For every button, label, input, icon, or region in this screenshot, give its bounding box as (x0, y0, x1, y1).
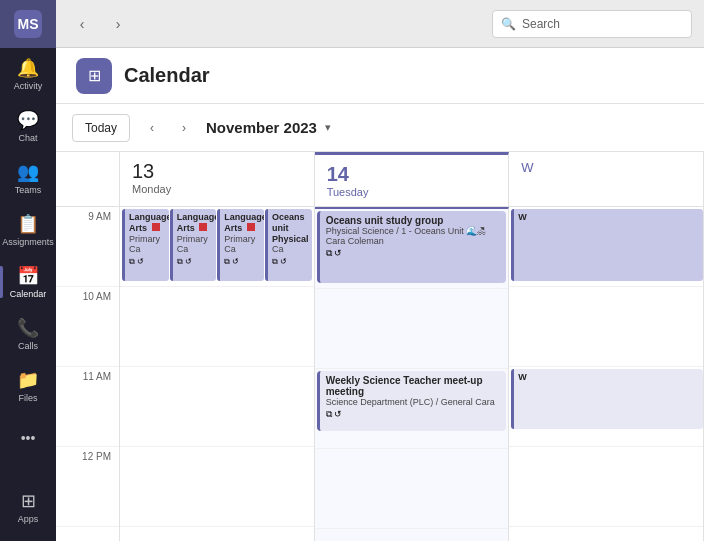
monday-9am-events: Language Arts Primary Ca ⧉ ↺ Language Ar… (122, 209, 312, 281)
main-content: ‹ › 🔍 Search ⊞ Calendar Today ‹ › Novemb… (56, 0, 704, 541)
sidebar-item-label: Chat (18, 133, 37, 143)
refresh-icon: ↺ (232, 257, 239, 267)
calendar-app-icon: ⊞ (76, 58, 112, 94)
forward-button[interactable]: › (104, 10, 132, 38)
copy-icon: ⧉ (224, 257, 230, 267)
activity-icon: 🔔 (17, 57, 39, 79)
day-col-w: W W (509, 207, 704, 541)
calendar-toolbar: Today ‹ › November 2023 ▾ (56, 104, 704, 152)
sidebar-item-label: Assignments (2, 237, 54, 247)
search-placeholder: Search (522, 17, 560, 31)
search-box[interactable]: 🔍 Search (492, 10, 692, 38)
time-header (56, 152, 120, 206)
col-header-monday: 13 Monday (120, 152, 315, 206)
topbar: ‹ › 🔍 Search (56, 0, 704, 48)
refresh-icon: ↺ (334, 248, 342, 259)
day-name-tuesday: Tuesday (327, 186, 497, 198)
month-nav: ‹ › (138, 114, 198, 142)
sidebar-item-calendar[interactable]: 📅 Calendar (0, 256, 56, 308)
monday-10am-row (120, 287, 314, 367)
red-square-icon (152, 223, 160, 231)
sidebar-item-calls[interactable]: 📞 Calls (0, 308, 56, 360)
event-w-col-11[interactable]: W (511, 369, 703, 429)
sidebar-item-more[interactable]: ••• (0, 412, 56, 464)
sidebar-item-files[interactable]: 📁 Files (0, 360, 56, 412)
copy-icon: ⧉ (177, 257, 183, 267)
event-oceans-unit[interactable]: Oceans unit Physical Ca ⧉ ↺ (265, 209, 312, 281)
month-dropdown-icon[interactable]: ▾ (325, 121, 331, 134)
w-11am-row: W (509, 367, 703, 447)
day-name-monday: Monday (132, 183, 302, 195)
tuesday-11am-row: Weekly Science Teacher meet-up meeting S… (315, 369, 509, 449)
day-number-w: W (521, 160, 691, 175)
sidebar-item-label: Teams (15, 185, 42, 195)
calls-icon: 📞 (17, 317, 39, 339)
w-10am-row (509, 287, 703, 367)
time-column: 9 AM 10 AM 11 AM 12 PM (56, 207, 120, 541)
search-icon: 🔍 (501, 17, 516, 31)
refresh-icon: ↺ (334, 409, 342, 420)
month-title: November 2023 (206, 119, 317, 136)
more-icon: ••• (21, 430, 36, 446)
sidebar-item-label: Calendar (10, 289, 47, 299)
event-lang-arts-3[interactable]: Language Arts Primary Ca ⧉ ↺ (217, 209, 264, 281)
day-col-monday: Language Arts Primary Ca ⧉ ↺ Language Ar… (120, 207, 315, 541)
copy-icon: ⧉ (326, 409, 332, 420)
sidebar-item-teams[interactable]: 👥 Teams (0, 152, 56, 204)
calendar-grid: 13 Monday 14 Tuesday W 9 AM 10 AM 11 AM … (56, 152, 704, 541)
day-col-tuesday: Oceans unit study group Physical Science… (315, 207, 510, 541)
sidebar-item-chat[interactable]: 💬 Chat (0, 100, 56, 152)
teams-icon: 👥 (17, 161, 39, 183)
time-10am: 10 AM (56, 287, 119, 367)
time-9am: 9 AM (56, 207, 119, 287)
app-logo: MS (0, 0, 56, 48)
logo-icon: MS (14, 10, 42, 38)
copy-icon: ⧉ (326, 248, 332, 259)
monday-12pm-row (120, 447, 314, 527)
sidebar-item-label: Apps (18, 514, 39, 524)
calendar-icon: 📅 (17, 265, 39, 287)
back-button[interactable]: ‹ (68, 10, 96, 38)
event-science-meetup[interactable]: Weekly Science Teacher meet-up meeting S… (317, 371, 507, 431)
w-9am-row: W (509, 207, 703, 287)
monday-9am-row: Language Arts Primary Ca ⧉ ↺ Language Ar… (120, 207, 314, 287)
sidebar-item-activity[interactable]: 🔔 Activity (0, 48, 56, 100)
col-header-w: W (509, 152, 704, 206)
sidebar-item-apps[interactable]: ⊞ Apps (0, 481, 56, 533)
next-month-button[interactable]: › (170, 114, 198, 142)
files-icon: 📁 (17, 369, 39, 391)
col-header-tuesday: 14 Tuesday (315, 152, 510, 206)
event-lang-arts-1[interactable]: Language Arts Primary Ca ⧉ ↺ (122, 209, 169, 281)
red-square-icon (247, 223, 255, 231)
page-title: Calendar (124, 64, 210, 87)
refresh-icon: ↺ (185, 257, 192, 267)
copy-icon: ⧉ (129, 257, 135, 267)
assignments-icon: 📋 (17, 213, 39, 235)
event-oceans-study-group[interactable]: Oceans unit study group Physical Science… (317, 211, 507, 283)
sidebar-bottom: ⊞ Apps (0, 481, 56, 533)
sidebar-item-label: Files (18, 393, 37, 403)
chat-icon: 💬 (17, 109, 39, 131)
tuesday-9am-row: Oceans unit study group Physical Science… (315, 209, 509, 289)
red-square-icon (199, 223, 207, 231)
monday-11am-row (120, 367, 314, 447)
today-button[interactable]: Today (72, 114, 130, 142)
sidebar-item-label: Activity (14, 81, 43, 91)
day-number-13: 13 (132, 160, 302, 183)
refresh-icon: ↺ (137, 257, 144, 267)
sidebar-item-assignments[interactable]: 📋 Assignments (0, 204, 56, 256)
event-lang-arts-2[interactable]: Language Arts Primary Ca ⧉ ↺ (170, 209, 217, 281)
day-number-14: 14 (327, 163, 497, 186)
tuesday-10am-row (315, 289, 509, 369)
calendar-header: ⊞ Calendar (56, 48, 704, 104)
calendar-body: 9 AM 10 AM 11 AM 12 PM Language Arts Pri… (56, 207, 704, 541)
event-w-col[interactable]: W (511, 209, 703, 281)
prev-month-button[interactable]: ‹ (138, 114, 166, 142)
refresh-icon: ↺ (280, 257, 287, 267)
time-12pm: 12 PM (56, 447, 119, 527)
time-11am: 11 AM (56, 367, 119, 447)
tuesday-12pm-row (315, 449, 509, 529)
copy-icon: ⧉ (272, 257, 278, 267)
sidebar: MS 🔔 Activity 💬 Chat 👥 Teams 📋 Assignmen… (0, 0, 56, 541)
w-12pm-row (509, 447, 703, 527)
